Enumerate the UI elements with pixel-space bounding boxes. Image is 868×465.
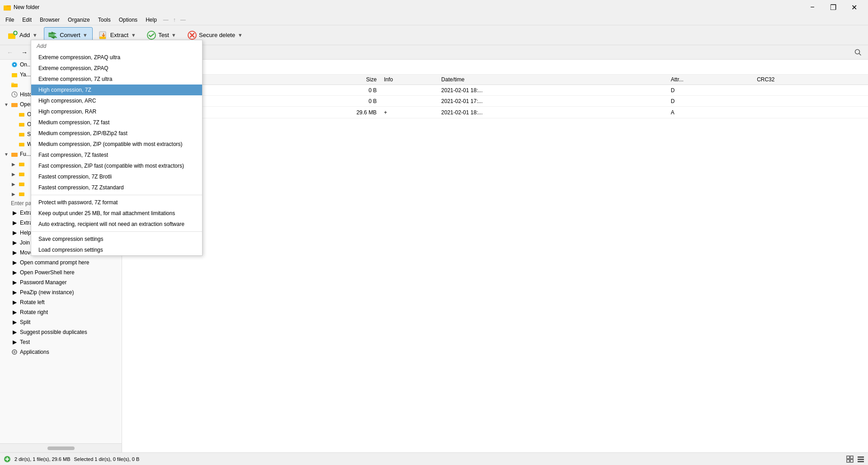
expander-fu4[interactable] [11, 191, 16, 197]
sidebar-item-split[interactable]: ▶ Split [0, 317, 122, 327]
back-button[interactable]: ← [4, 46, 16, 59]
menu-tools[interactable]: Tools [94, 16, 114, 24]
extract-icon [99, 30, 108, 40]
sidebar-icon-password-manager: ▶ [11, 279, 18, 286]
dropdown-item-medium-7z-fast[interactable]: Medium compression, 7Z fast [31, 117, 202, 128]
test-dropdown-arrow[interactable]: ▾ [171, 32, 177, 38]
dropdown-item-medium-zip-compat[interactable]: Medium compression, ZIP (compatible with… [31, 139, 202, 150]
sidebar-item-rotate-left[interactable]: ▶ Rotate left [0, 297, 122, 307]
test-label: Test [158, 32, 169, 38]
dropdown-item-save-settings[interactable]: Save compression settings [31, 234, 202, 244]
expander-join [4, 240, 9, 245]
dropdown-item-auto-extract[interactable]: Auto extracting, recipient will not need… [31, 219, 202, 230]
cell-size-2: 0 B [265, 96, 380, 107]
col-header-info[interactable]: Info [380, 75, 438, 85]
col-header-size[interactable]: Size [265, 75, 380, 85]
col-header-datetime[interactable]: Date/time [438, 75, 667, 85]
dropdown-item-extreme-zpaq-ultra[interactable]: Extreme compression, ZPAQ ultra [31, 52, 202, 63]
sidebar-item-test-ctx[interactable]: ▶ Test [0, 337, 122, 347]
menu-organize[interactable]: Organize [64, 16, 94, 24]
minimize-button[interactable]: − [802, 0, 823, 14]
extract-dropdown-arrow[interactable]: ▾ [130, 32, 137, 38]
close-button[interactable]: ✕ [844, 0, 864, 14]
status-bar: 2 dir(s), 1 file(s), 29.6 MB Selected 1 … [0, 452, 868, 465]
sidebar-item-open-powershell[interactable]: ▶ Open PowerShell here [0, 268, 122, 277]
sidebar-item-rotate-right[interactable]: ▶ Rotate right [0, 307, 122, 317]
svg-rect-34 [19, 173, 24, 176]
dropdown-item-protect-password[interactable]: Protect with password, 7Z format [31, 197, 202, 208]
expander-open[interactable] [4, 102, 9, 107]
expander-peazip-new [4, 290, 9, 295]
svg-rect-23 [12, 74, 17, 77]
sidebar-item-applications[interactable]: Applications [0, 347, 122, 357]
search-button[interactable] [852, 46, 864, 59]
dropdown-item-medium-zip-bzip2[interactable]: Medium compression, ZIP/BZip2 fast [31, 128, 202, 139]
dropdown-menu[interactable]: Add Extreme compression, ZPAQ ultra Extr… [31, 40, 203, 256]
expander-op1 [11, 112, 16, 117]
dropdown-item-fast-7z-fastest[interactable]: Fast compression, 7Z fastest [31, 150, 202, 160]
status-add-icon[interactable] [4, 456, 11, 463]
svg-rect-32 [11, 153, 18, 157]
menu-file[interactable]: File [2, 16, 18, 24]
dropdown-item-high-rar[interactable]: High compression, RAR [31, 106, 202, 117]
content-folder-header: New folder [122, 60, 868, 75]
cell-datetime-2: 2021-02-01 17:... [438, 96, 667, 107]
test-icon [146, 30, 156, 40]
add-dropdown-arrow[interactable]: ▾ [32, 32, 38, 38]
sidebar-item-suggest-duplicates[interactable]: ▶ Suggest possible duplicates [0, 327, 122, 337]
sidebar-icon-fu1 [18, 160, 25, 168]
expander-suggest-duplicates [4, 329, 9, 335]
sidebar-icon-extract-all: ▶ [11, 219, 18, 226]
status-layout-icon[interactable] [846, 456, 854, 463]
expander-fu1[interactable] [11, 161, 16, 167]
expander-se [11, 132, 16, 137]
dropdown-item-keep-under-25mb[interactable]: Keep output under 25 MB, for mail attach… [31, 208, 202, 219]
expander-fu2[interactable] [11, 171, 16, 177]
status-list-icon[interactable] [857, 456, 864, 463]
menu-help[interactable]: Help [142, 16, 160, 24]
expander-extract-all [4, 220, 9, 225]
convert-dropdown-arrow[interactable]: ▾ [82, 32, 89, 38]
table-row[interactable]: .7z 29.6 MB + 2021-02-01 18:... A [122, 107, 868, 118]
dropdown-item-fast-zip-compat[interactable]: Fast compression, ZIP fast (compatible w… [31, 160, 202, 171]
dropdown-item-extreme-zpaq[interactable]: Extreme compression, ZPAQ [31, 63, 202, 74]
dropdown-item-extreme-7z-ultra[interactable]: Extreme compression, 7Z ultra [31, 74, 202, 85]
sidebar-icon-fu [11, 150, 18, 158]
sidebar-icon-op1 [18, 111, 25, 118]
status-info: 2 dir(s), 1 file(s), 29.6 MB [14, 456, 70, 462]
menu-browser[interactable]: Browser [36, 16, 63, 24]
table-row[interactable]: [folder] 0 B 2021-02-01 17:... D [122, 96, 868, 107]
expander-fu3[interactable] [11, 181, 16, 187]
dropdown-item-fastest-7z-zstandard[interactable]: Fastest compression, 7Z Zstandard [31, 182, 202, 193]
sidebar-icon-rotate-left: ▶ [11, 299, 18, 306]
restore-button[interactable]: ❐ [823, 0, 844, 14]
extract-label: Extract [110, 32, 128, 38]
dropdown-item-fastest-7z-brotli[interactable]: Fastest compression, 7Z Brotli [31, 171, 202, 182]
svg-rect-55 [858, 456, 864, 458]
sidebar-item-open-cmd[interactable]: ▶ Open command prompt here [0, 258, 122, 268]
expander-help [4, 230, 9, 235]
sidebar-scroll-thumb[interactable] [47, 446, 75, 450]
expander-rotate-left [4, 300, 9, 305]
sidebar-item-peazip-new[interactable]: ▶ PeaZip (new instance) [0, 287, 122, 297]
sidebar-item-password-manager[interactable]: ▶ Password Manager [0, 277, 122, 287]
col-header-crc[interactable]: CRC32 [753, 75, 868, 85]
sidebar-icon-on [11, 61, 18, 68]
expander-fu[interactable] [4, 151, 9, 157]
content-area: New folder Type Size Info Date/time Attr… [122, 60, 868, 452]
dropdown-item-high-7z[interactable]: High compression, 7Z [31, 85, 202, 95]
cell-size-3: 29.6 MB [265, 107, 380, 118]
dropdown-item-high-arc[interactable]: High compression, ARC [31, 95, 202, 106]
table-row[interactable]: [folder] 0 B 2021-02-01 18:... D [122, 85, 868, 96]
col-header-attr[interactable]: Attr... [667, 75, 753, 85]
cell-datetime-3: 2021-02-01 18:... [438, 107, 667, 118]
menu-options[interactable]: Options [115, 16, 141, 24]
sidebar-icon-suggest-duplicates: ▶ [11, 329, 18, 336]
convert-icon [48, 30, 58, 40]
svg-rect-27 [11, 103, 18, 107]
dropdown-item-load-settings[interactable]: Load compression settings [31, 244, 202, 255]
forward-button[interactable]: → [18, 46, 31, 59]
status-selected: Selected 1 dir(s), 0 file(s), 0 B [74, 456, 139, 462]
secure-delete-dropdown-arrow[interactable]: ▾ [237, 32, 243, 38]
menu-edit[interactable]: Edit [19, 16, 35, 24]
